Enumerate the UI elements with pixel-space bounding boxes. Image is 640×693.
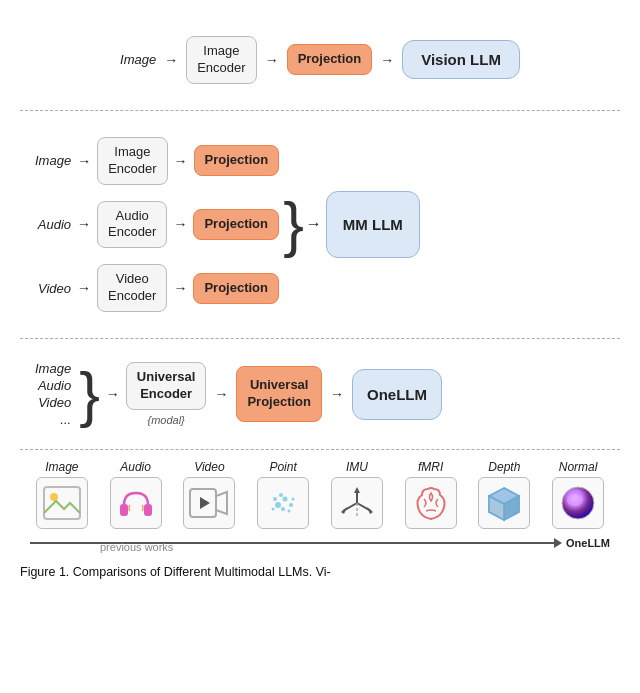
bottom-section: Image Audio: [20, 449, 620, 557]
s1-projection-box: Projection: [287, 44, 373, 75]
s1-output-label: Vision LLM: [421, 51, 501, 68]
depth-icon: [485, 484, 523, 522]
svg-point-9: [273, 497, 277, 501]
icon-label-image: Image: [45, 460, 78, 474]
section-mm-llm: Image → ImageEncoder → Projection Audio …: [20, 111, 620, 339]
icon-item-fmri: fMRI: [396, 460, 466, 529]
svg-point-10: [281, 507, 285, 511]
s1-image-encoder-box: ImageEncoder: [186, 36, 256, 84]
s2-row-audio: Audio → AudioEncoder → Projection: [35, 201, 279, 249]
icon-box-fmri: [405, 477, 457, 529]
s3-image-label: Image: [35, 361, 71, 376]
s1-output-box: Vision LLM: [402, 40, 520, 79]
section2-left: Image → ImageEncoder → Projection Audio …: [35, 133, 279, 316]
s2-video-label: Video: [35, 281, 71, 296]
audio-icon: [116, 483, 156, 523]
s2-output-label: MM LLM: [343, 216, 403, 233]
s2-audio-encoder: AudioEncoder: [97, 201, 167, 249]
svg-rect-0: [44, 487, 80, 519]
icon-item-image: Image: [27, 460, 97, 529]
s2-video-projection: Projection: [193, 273, 279, 304]
s2-video-arrow2: →: [173, 280, 187, 296]
icon-item-imu: IMU: [322, 460, 392, 529]
svg-point-7: [283, 497, 288, 502]
icon-box-imu: [331, 477, 383, 529]
icon-item-depth: Depth: [469, 460, 539, 529]
section-vision-llm: Image → ImageEncoder → Projection → Visi…: [20, 10, 620, 111]
section1-row: Image → ImageEncoder → Projection → Visi…: [25, 20, 615, 100]
s2-audio-arrow2: →: [173, 216, 187, 232]
icon-label-video: Video: [194, 460, 224, 474]
s3-audio-label: Audio: [35, 378, 71, 393]
caption-text: Figure 1. Comparisons of Different Multi…: [20, 565, 331, 579]
s2-image-encoder: ImageEncoder: [97, 137, 167, 185]
s2-row-image: Image → ImageEncoder → Projection: [35, 137, 279, 185]
icon-label-point: Point: [269, 460, 296, 474]
svg-marker-20: [341, 507, 347, 514]
s1-projection-label: Projection: [298, 51, 362, 66]
point-icon: [263, 483, 303, 523]
caption: Figure 1. Comparisons of Different Multi…: [20, 563, 620, 582]
section3-layout: Image Audio Video ... } → UniversalEncod…: [25, 349, 615, 439]
section-onellm: Image Audio Video ... } → UniversalEncod…: [20, 339, 620, 449]
icon-box-audio: [110, 477, 162, 529]
svg-marker-16: [354, 487, 360, 493]
s2-merge-arrow: →: [306, 215, 322, 233]
s3-output-box: OneLLM: [352, 369, 442, 420]
svg-point-13: [292, 498, 295, 501]
svg-point-6: [275, 502, 281, 508]
video-icon: [189, 486, 229, 520]
icon-box-depth: [478, 477, 530, 529]
svg-point-14: [272, 508, 275, 511]
s2-image-label: Image: [35, 153, 71, 168]
icon-item-audio: Audio: [101, 460, 171, 529]
s2-merge-area: } →: [283, 193, 322, 255]
s3-arrow2: →: [214, 386, 228, 402]
s3-arrow1: →: [106, 386, 120, 402]
s2-image-arrow: →: [77, 153, 91, 169]
s2-brace: }: [283, 193, 304, 255]
icon-box-image: [36, 477, 88, 529]
timeline-onellm-label: OneLLM: [566, 537, 610, 549]
s1-arrow2: →: [265, 52, 279, 68]
section2-layout: Image → ImageEncoder → Projection Audio …: [25, 121, 615, 328]
s1-encoder-label: ImageEncoder: [197, 43, 245, 75]
normal-icon: [559, 484, 597, 522]
svg-point-12: [279, 493, 283, 497]
s2-image-arrow2: →: [174, 153, 188, 169]
diagram-container: Image → ImageEncoder → Projection → Visi…: [20, 10, 620, 582]
s3-encoder-wrap: UniversalEncoder {modal}: [126, 362, 207, 426]
fmri-icon: [412, 483, 450, 523]
svg-marker-18: [367, 507, 373, 514]
s2-audio-arrow: →: [77, 216, 91, 232]
icon-box-point: [257, 477, 309, 529]
imu-icon: [337, 483, 377, 523]
s3-output-label: OneLLM: [367, 386, 427, 403]
s2-audio-label: Audio: [35, 217, 71, 232]
s2-video-arrow: →: [77, 280, 91, 296]
s2-row-video: Video → VideoEncoder → Projection: [35, 264, 279, 312]
icon-box-video: [183, 477, 235, 529]
svg-point-1: [50, 493, 58, 501]
icon-label-normal: Normal: [559, 460, 598, 474]
svg-marker-5: [200, 497, 210, 509]
s3-universal-projection: UniversalProjection: [236, 366, 322, 422]
svg-rect-3: [144, 504, 152, 516]
icon-box-normal: [552, 477, 604, 529]
s2-image-projection: Projection: [194, 145, 280, 176]
s1-arrow1: →: [164, 52, 178, 68]
icon-label-depth: Depth: [488, 460, 520, 474]
s1-input-label: Image: [120, 52, 156, 67]
s2-output-box: MM LLM: [326, 191, 420, 258]
s3-modal-label: {modal}: [147, 414, 184, 426]
svg-point-27: [567, 494, 583, 506]
icon-label-audio: Audio: [120, 460, 151, 474]
svg-point-8: [289, 503, 293, 507]
s2-video-encoder: VideoEncoder: [97, 264, 167, 312]
icon-item-video: Video: [174, 460, 244, 529]
svg-rect-2: [120, 504, 128, 516]
s3-inputs: Image Audio Video ...: [35, 361, 71, 427]
svg-point-11: [288, 510, 291, 513]
s1-arrow3: →: [380, 52, 394, 68]
s3-universal-encoder: UniversalEncoder: [126, 362, 207, 410]
